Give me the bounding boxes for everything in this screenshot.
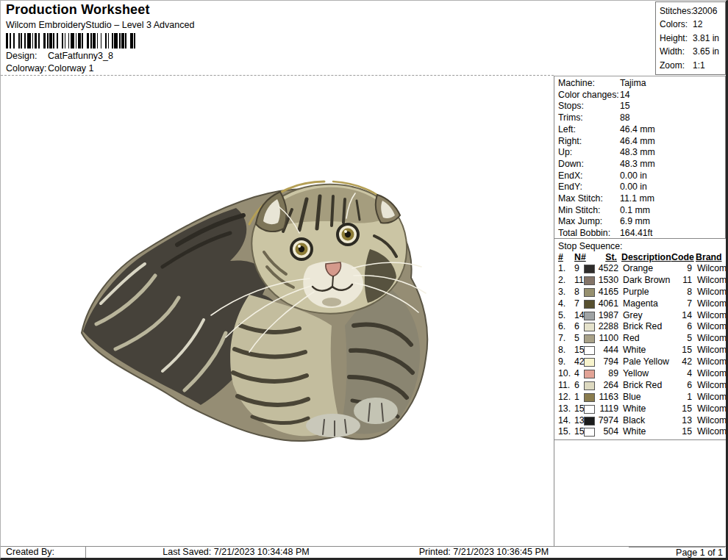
info-row: Trims:88: [558, 112, 725, 124]
row-number: 3.: [558, 287, 574, 298]
stop-sequence-row: 11.6264Brick Red6Wilcom: [558, 380, 726, 392]
thread-color-swatch: [584, 393, 595, 402]
info-label: Height:: [660, 32, 693, 45]
column-header-code: Code: [671, 252, 690, 263]
needle-number: 8: [574, 287, 584, 298]
thread-code: 6: [673, 380, 692, 392]
info-row: Left:46.4 mm: [558, 124, 725, 136]
info-value: 0.1 mm: [620, 205, 650, 215]
thread-description: Yellow: [623, 368, 673, 380]
info-value: 3.65 in: [693, 46, 719, 57]
thread-color-swatch: [584, 334, 595, 343]
info-label: Colors:: [660, 18, 693, 31]
thread-brand: Wilcom: [697, 368, 728, 380]
stitch-count: 4061: [596, 298, 618, 310]
info-value: 6.9 mm: [620, 216, 650, 226]
row-number: 9.: [558, 356, 574, 368]
stop-sequence-header-row: # N# St. Description Code Brand: [558, 252, 726, 263]
row-number: 13.: [558, 403, 574, 415]
needle-number: 13: [574, 415, 584, 427]
info-row: Colors:12: [660, 18, 725, 31]
thread-code: 14: [673, 310, 692, 322]
stop-sequence-row: 12.11163Blue1Wilcom: [558, 392, 726, 403]
info-value: 3.81 in: [693, 33, 719, 43]
thread-code: 6: [673, 321, 692, 333]
thread-code: 13: [673, 415, 692, 427]
row-number: 1.: [558, 263, 574, 275]
info-row: EndY:0.00 in: [558, 182, 725, 193]
created-by-label: Created By:: [1, 547, 86, 559]
thread-description: White: [623, 426, 673, 438]
row-number: 10.: [558, 368, 574, 380]
design-stats-box: Stitches:32006Colors:12Height:3.81 inWid…: [655, 1, 726, 75]
thread-color-swatch: [584, 312, 595, 320]
info-row: Width:3.65 in: [660, 45, 725, 58]
thread-code: 11: [673, 275, 692, 287]
info-value: 48.3 mm: [620, 147, 655, 157]
info-value: 46.4 mm: [620, 136, 655, 146]
column-header-number: #: [558, 252, 574, 263]
info-row: Max Stitch:11.1 mm: [558, 193, 725, 205]
thread-description: Red: [623, 333, 673, 345]
stop-sequence-rows: 1.94522Orange9Wilcom2.111530Dark Brown11…: [558, 263, 726, 438]
column-header-needle: N#: [574, 252, 584, 263]
needle-number: 15: [574, 345, 584, 356]
machine-info-box: Machine:TajimaColor changes:14Stops:15Tr…: [554, 76, 726, 239]
info-value: 14: [620, 90, 630, 100]
page-number-text: Page 1 of 1: [629, 547, 725, 559]
thread-brand: Wilcom: [697, 298, 728, 310]
thread-code: 9: [673, 263, 692, 275]
stitch-count: 1163: [596, 392, 618, 403]
thread-brand: Wilcom: [697, 403, 728, 415]
thread-brand: Wilcom: [697, 333, 728, 345]
thread-code: 15: [673, 403, 692, 415]
info-row: EndX:0.00 in: [558, 170, 725, 182]
info-row: Max Jump:6.9 mm: [558, 216, 725, 228]
row-number: 4.: [558, 298, 574, 310]
page-title: Production Worksheet: [6, 2, 150, 18]
needle-number: 6: [574, 380, 584, 392]
barcode-bar: [135, 33, 137, 49]
info-value: 0.00 in: [620, 182, 647, 192]
design-value: CatFatfunny3_8: [48, 51, 113, 61]
info-label: Color changes:: [558, 90, 620, 101]
info-value: 88: [620, 112, 630, 123]
stop-sequence-row: 9.42794Pale Yellow42Wilcom: [558, 356, 726, 368]
thread-color-swatch: [584, 323, 595, 331]
info-label: Up:: [558, 147, 620, 159]
info-label: Left:: [558, 124, 620, 136]
production-worksheet-page: Production Worksheet Wilcom EmbroiderySt…: [0, 0, 728, 560]
machine-info-panel: Machine:TajimaColor changes:14Stops:15Tr…: [554, 76, 726, 547]
info-label: Total Bobbin:: [558, 228, 620, 240]
column-header-description: Description: [621, 252, 671, 263]
row-number: 11.: [558, 380, 574, 392]
design-preview-area: [1, 76, 554, 547]
info-row: Min Stitch:0.1 mm: [558, 205, 725, 217]
stitch-count: 4522: [596, 263, 618, 275]
info-label: Trims:: [558, 112, 620, 124]
thread-code: 15: [673, 345, 692, 356]
stitch-count: 89: [596, 368, 618, 380]
column-header-stitches: St.: [595, 252, 617, 263]
stitch-count: 504: [596, 426, 618, 438]
needle-number: 42: [574, 356, 584, 368]
info-label: Max Stitch:: [558, 193, 620, 205]
row-number: 2.: [558, 275, 574, 287]
info-label: Min Stitch:: [558, 205, 620, 217]
cat-embroidery-design: [74, 179, 442, 443]
info-row: Height:3.81 in: [660, 32, 725, 45]
info-row: Right:46.4 mm: [558, 136, 725, 148]
info-value: 46.4 mm: [620, 124, 655, 134]
thread-description: White: [623, 345, 673, 356]
row-number: 5.: [558, 310, 574, 322]
thread-description: Grey: [623, 310, 673, 322]
design-name-row: Design:CatFatfunny3_8: [6, 51, 113, 61]
needle-number: 7: [574, 298, 584, 310]
software-name: Wilcom EmbroideryStudio – Level 3 Advanc…: [6, 20, 194, 30]
info-value: 48.3 mm: [620, 159, 655, 169]
info-row: Machine:Tajima: [558, 78, 725, 90]
thread-description: Pale Yellow: [623, 356, 673, 368]
stop-sequence-row: 13.151119White15Wilcom: [558, 403, 726, 415]
thread-description: Brick Red: [623, 321, 673, 333]
info-value: Tajima: [620, 78, 646, 88]
